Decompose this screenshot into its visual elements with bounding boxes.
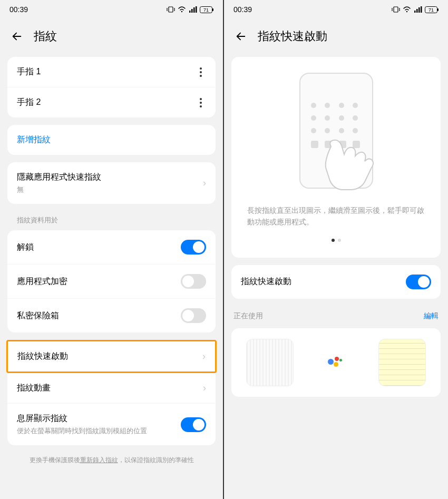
re-enroll-link[interactable]: 重新錄入指紋 — [80, 456, 118, 464]
private-safe-toggle[interactable] — [181, 308, 206, 323]
wifi-icon — [178, 6, 186, 13]
page-indicator — [242, 228, 430, 247]
svg-rect-0 — [169, 7, 173, 12]
app-encrypt-item[interactable]: 應用程式加密 — [7, 264, 216, 298]
quick-launch-item[interactable]: 指紋快速啟動 › — [8, 341, 215, 371]
private-safe-item[interactable]: 私密保險箱 — [7, 298, 216, 332]
page-dot-active — [332, 239, 335, 242]
private-safe-label: 私密保險箱 — [17, 310, 59, 321]
more-icon[interactable] — [196, 67, 206, 77]
app-preview-card — [231, 328, 441, 397]
back-button[interactable] — [11, 30, 23, 43]
status-icons: 71 — [392, 6, 439, 13]
app-tile-placeholder[interactable] — [246, 339, 294, 386]
app-tile-assistant[interactable] — [312, 339, 359, 386]
page-title: 指紋快速啟動 — [258, 28, 327, 44]
quick-launch-toggle-item[interactable]: 指紋快速啟動 — [231, 265, 441, 299]
edit-button[interactable]: 編輯 — [424, 311, 439, 321]
add-label: 新增指紋 — [17, 134, 51, 145]
add-fingerprint-button[interactable]: 新增指紋 — [7, 125, 216, 155]
in-use-header: 正在使用 編輯 — [224, 304, 448, 328]
svg-rect-18 — [421, 6, 422, 13]
chevron-right-icon: › — [203, 383, 206, 394]
aod-toggle[interactable] — [181, 417, 206, 432]
instruction-card: 長按指紋直至出現圖示，繼續滑至圖示後，鬆手即可啟動功能或應用程式。 — [231, 57, 441, 258]
vibrate-icon — [167, 6, 175, 13]
svg-rect-16 — [416, 9, 418, 13]
svg-text:71: 71 — [203, 7, 209, 13]
quick-launch-label: 指紋快速啟動 — [17, 351, 68, 362]
quick-launch-toggle-label: 指紋快速啟動 — [241, 276, 291, 287]
aod-item[interactable]: 息屏顯示指紋 便於在螢幕關閉時找到指紋識別模組的位置 — [7, 403, 216, 445]
quick-launch-toggle[interactable] — [406, 275, 431, 289]
battery-icon: 71 — [425, 6, 439, 13]
google-assistant-icon — [328, 355, 344, 370]
in-use-label: 正在使用 — [233, 311, 263, 321]
chevron-right-icon: › — [202, 351, 206, 362]
app-encrypt-toggle[interactable] — [181, 274, 206, 289]
uses-card: 解鎖 應用程式加密 私密保險箱 — [7, 230, 216, 332]
header: 指紋快速啟動 — [224, 19, 448, 57]
svg-rect-17 — [418, 7, 420, 13]
extras-card: 指紋動畫 › 息屏顯示指紋 便於在螢幕關閉時找到指紋識別模組的位置 — [7, 373, 216, 445]
svg-rect-4 — [189, 11, 191, 13]
vibrate-icon — [392, 6, 400, 13]
aod-title: 息屏顯示指紋 — [17, 413, 181, 424]
hidden-app-card: 隱藏應用程式快速指紋 無 › — [7, 162, 216, 204]
signal-icon — [414, 6, 422, 13]
svg-point-3 — [181, 11, 182, 12]
finger-label: 手指 1 — [17, 66, 41, 77]
footer-hint: 更換手機保護膜後重新錄入指紋，以保證指紋識別的準確性 — [7, 453, 216, 468]
wifi-icon — [403, 6, 411, 13]
status-bar: 00:39 71 — [224, 0, 448, 19]
svg-rect-6 — [193, 7, 195, 13]
status-time: 00:39 — [233, 5, 252, 14]
svg-rect-20 — [437, 8, 439, 11]
hand-icon — [315, 131, 400, 194]
content: 手指 1 手指 2 新增指紋 隱藏應用程式快速指紋 無 › 指紋資料用於 — [0, 57, 223, 499]
chevron-right-icon: › — [203, 178, 206, 189]
svg-rect-9 — [212, 8, 213, 11]
page-title: 指紋 — [34, 28, 57, 44]
svg-rect-7 — [196, 6, 197, 13]
screen-quick-launch: 00:39 71 指紋快速啟動 — [224, 0, 448, 499]
header: 指紋 — [0, 19, 223, 57]
unlock-label: 解鎖 — [17, 242, 34, 253]
fingers-card: 手指 1 手指 2 — [7, 57, 216, 118]
status-time: 00:39 — [9, 5, 28, 14]
quick-launch-toggle-card: 指紋快速啟動 — [231, 265, 441, 299]
more-icon[interactable] — [196, 98, 206, 107]
unlock-item[interactable]: 解鎖 — [7, 230, 216, 264]
svg-point-14 — [406, 11, 407, 12]
screen-fingerprint-settings: 00:39 71 指紋 手指 1 手指 2 新增指紋 — [0, 0, 224, 499]
app-tile-notes[interactable] — [378, 339, 426, 386]
phone-illustration — [242, 67, 430, 204]
animation-item[interactable]: 指紋動畫 › — [7, 373, 216, 403]
app-encrypt-label: 應用程式加密 — [17, 276, 67, 287]
aod-subtitle: 便於在螢幕關閉時找到指紋識別模組的位置 — [17, 426, 181, 436]
status-bar: 00:39 71 — [0, 0, 223, 19]
battery-icon: 71 — [200, 6, 213, 13]
svg-rect-11 — [394, 7, 398, 12]
svg-text:71: 71 — [428, 7, 434, 13]
page-dot — [338, 239, 341, 242]
svg-rect-15 — [414, 11, 416, 13]
arrow-left-icon — [11, 31, 23, 42]
hidden-app-title: 隱藏應用程式快速指紋 — [17, 172, 203, 183]
finger-label: 手指 2 — [17, 97, 41, 108]
signal-icon — [189, 6, 197, 13]
unlock-toggle[interactable] — [181, 240, 206, 255]
section-label: 指紋資料用於 — [7, 211, 216, 230]
hidden-app-subtitle: 無 — [17, 185, 203, 194]
highlight-box: 指紋快速啟動 › — [6, 340, 217, 373]
add-fingerprint-card: 新增指紋 — [7, 125, 216, 155]
animation-label: 指紋動畫 — [17, 383, 51, 394]
svg-rect-5 — [191, 9, 193, 13]
instruction-text: 長按指紋直至出現圖示，繼續滑至圖示後，鬆手即可啟動功能或應用程式。 — [242, 204, 430, 228]
finger-2-item[interactable]: 手指 2 — [7, 87, 216, 118]
hidden-app-item[interactable]: 隱藏應用程式快速指紋 無 › — [7, 162, 216, 204]
back-button[interactable] — [235, 30, 247, 43]
finger-1-item[interactable]: 手指 1 — [7, 57, 216, 87]
arrow-left-icon — [235, 31, 247, 42]
status-icons: 71 — [167, 6, 213, 13]
